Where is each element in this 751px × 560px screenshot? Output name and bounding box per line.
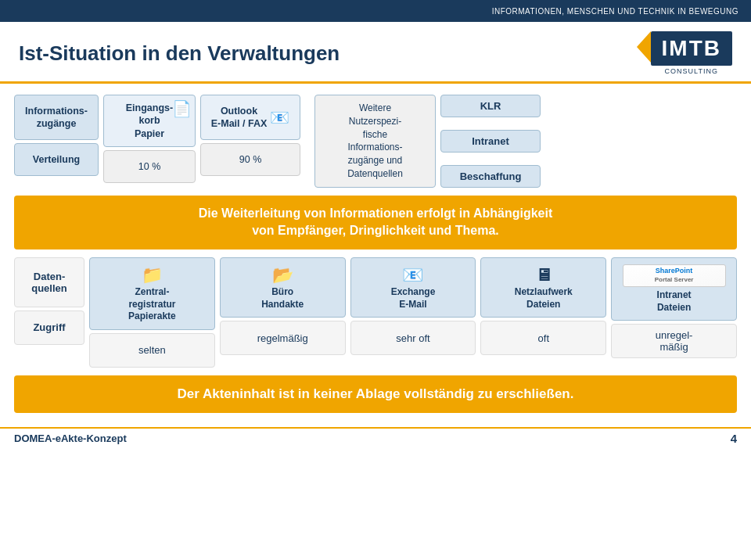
middle-orange-section: Die Weiterleitung von Informationen erfo… [14,196,737,249]
row-labels: Daten-quellen Zugriff [14,257,84,368]
top-banner-text: INFORMATIONEN, MENSCHEN UND TECHNIK IN B… [492,7,738,16]
col-nutzerspez: WeitereNutzerspezi-fischeInformations-zu… [314,95,436,188]
cell-beschaffung: Beschaffung [440,165,541,188]
cell-klr: KLR [440,95,541,117]
cell-10pct: 10 % [103,150,196,183]
middle-text: Die Weiterleitung von Informationen erfo… [30,205,721,240]
main-content: Informations-zugänge Verteilung Eingangs… [0,84,751,427]
col-eingang: Eingangs-korbPapier 📄 10 % [103,95,196,188]
cell-90pct: 90 % [200,143,300,176]
label-datenquellen: Daten-quellen [14,257,84,307]
cell-exchange-bottom: sehr oft [350,321,476,355]
cell-intranet-bottom: unregel-mäßig [611,324,737,358]
sharepoint-badge: SharePoint Portal Server [623,264,726,287]
cell-burohandakte-top: 📂 BüroHandakte [220,257,346,318]
footer: DOMEA-eAkte-Konzept 4 [0,427,751,448]
cell-burohandakte-bottom: regelmäßig [220,321,346,355]
cell-netzlaufwerk-bottom: oft [480,321,606,355]
info-row: Informations-zugänge Verteilung Eingangs… [14,95,737,188]
page-title: Ist-Situation in den Verwaltungen [19,41,340,66]
col-exchange: 📧 ExchangeE-Mail sehr oft [350,257,476,368]
cell-outlook: OutlookE-Mail / FAX 📧 [200,95,300,140]
bottom-orange-section: Der Akteninhalt ist in keiner Ablage vol… [14,375,737,413]
footer-page-number: 4 [731,432,737,445]
cell-zentralreg-bottom: selten [89,333,215,368]
col-zugange: Informations-zugänge Verteilung [14,95,99,188]
cell-zentralreg-top: 📁 Zentral-registraturPapierakte [89,257,215,330]
col-netzlaufwerk: 🖥 NetzlaufwerkDateien oft [480,257,606,368]
spacer [305,95,310,188]
col-right: KLR Intranet Beschaffung [440,95,541,188]
cell-exchange-top: 📧 ExchangeE-Mail [350,257,476,318]
logo-consulting: CONSULTING [665,67,718,75]
top-banner: INFORMATIONEN, MENSCHEN UND TECHNIK IN B… [0,0,751,22]
cell-nutzerspez: WeitereNutzerspezi-fischeInformations-zu… [314,95,436,188]
logo-area: IMTB CONSULTING [651,31,732,75]
cell-eingangskorb: Eingangs-korbPapier 📄 [103,95,196,147]
label-zugriff: Zugriff [14,311,84,345]
col-zentralreg: 📁 Zentral-registraturPapierakte selten [89,257,215,368]
cell-intranet: Intranet [440,130,541,153]
cell-infozugange: Informations-zugänge [14,95,99,140]
cell-verteilung: Verteilung [14,143,99,176]
col-burohandakte: 📂 BüroHandakte regelmäßig [220,257,346,368]
col-outlook: OutlookE-Mail / FAX 📧 90 % [200,95,300,188]
col-intranet: SharePoint Portal Server IntranetDateien… [611,257,737,368]
cell-intranet-top: SharePoint Portal Server IntranetDateien [611,257,737,321]
header: Ist-Situation in den Verwaltungen IMTB C… [0,22,751,84]
data-columns: 📁 Zentral-registraturPapierakte selten 📂… [89,257,737,368]
cell-netzlaufwerk-top: 🖥 NetzlaufwerkDateien [480,257,606,318]
footer-left-text: DOMEA-eAkte-Konzept [14,433,127,444]
data-section: Daten-quellen Zugriff 📁 Zentral-registra… [14,257,737,368]
logo-imtb: IMTB [651,31,732,66]
bottom-text: Der Akteninhalt ist in keiner Ablage vol… [30,386,721,402]
